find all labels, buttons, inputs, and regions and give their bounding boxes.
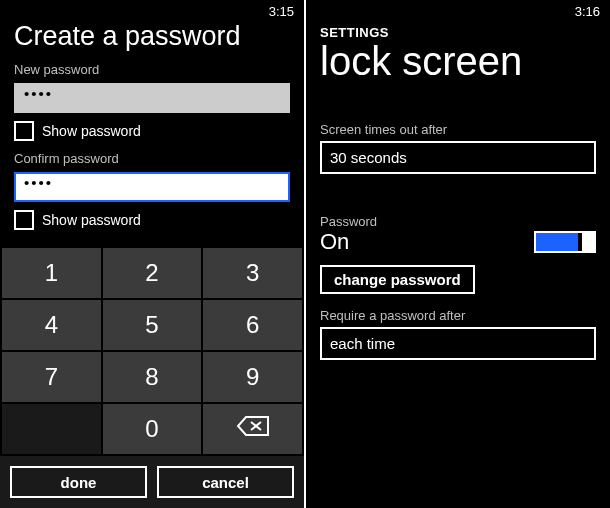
lock-screen-settings: 3:16 SETTINGS lock screen Screen times o…: [306, 0, 610, 508]
timeout-select[interactable]: 30 seconds: [320, 141, 596, 174]
status-bar: 3:15: [0, 0, 304, 19]
key-8[interactable]: 8: [103, 352, 202, 402]
key-6[interactable]: 6: [203, 300, 302, 350]
cancel-button[interactable]: cancel: [157, 466, 294, 498]
backspace-key[interactable]: [203, 404, 302, 454]
password-state: On: [320, 229, 349, 255]
password-toggle[interactable]: [534, 231, 596, 253]
new-password-label: New password: [0, 60, 304, 79]
show-password-label-1: Show password: [42, 123, 141, 139]
change-password-button[interactable]: change password: [320, 265, 475, 294]
key-3[interactable]: 3: [203, 248, 302, 298]
create-password-screen: 3:15 Create a password New password ••••…: [0, 0, 304, 508]
numeric-keypad: 1 2 3 4 5 6 7 8 9 0: [0, 246, 304, 456]
show-password-label-2: Show password: [42, 212, 141, 228]
key-4[interactable]: 4: [2, 300, 101, 350]
show-password-row-2[interactable]: Show password: [0, 208, 304, 238]
password-label: Password: [306, 214, 610, 229]
key-5[interactable]: 5: [103, 300, 202, 350]
key-0[interactable]: 0: [103, 404, 202, 454]
clock: 3:15: [269, 4, 294, 19]
page-title: lock screen: [306, 40, 610, 92]
key-1[interactable]: 1: [2, 248, 101, 298]
key-blank: [2, 404, 101, 454]
key-9[interactable]: 9: [203, 352, 302, 402]
timeout-label: Screen times out after: [306, 122, 610, 137]
key-7[interactable]: 7: [2, 352, 101, 402]
clock: 3:16: [575, 4, 600, 19]
new-password-input[interactable]: ••••: [14, 83, 290, 113]
done-button[interactable]: done: [10, 466, 147, 498]
confirm-password-input[interactable]: ••••: [14, 172, 290, 202]
require-label: Require a password after: [306, 308, 610, 323]
section-label: SETTINGS: [306, 19, 610, 40]
confirm-password-label: Confirm password: [0, 149, 304, 168]
action-bar: done cancel: [0, 456, 304, 508]
checkbox-icon[interactable]: [14, 210, 34, 230]
page-title: Create a password: [0, 19, 304, 60]
key-2[interactable]: 2: [103, 248, 202, 298]
checkbox-icon[interactable]: [14, 121, 34, 141]
require-select[interactable]: each time: [320, 327, 596, 360]
backspace-icon: [236, 415, 270, 443]
status-bar: 3:16: [306, 0, 610, 19]
show-password-row-1[interactable]: Show password: [0, 119, 304, 149]
